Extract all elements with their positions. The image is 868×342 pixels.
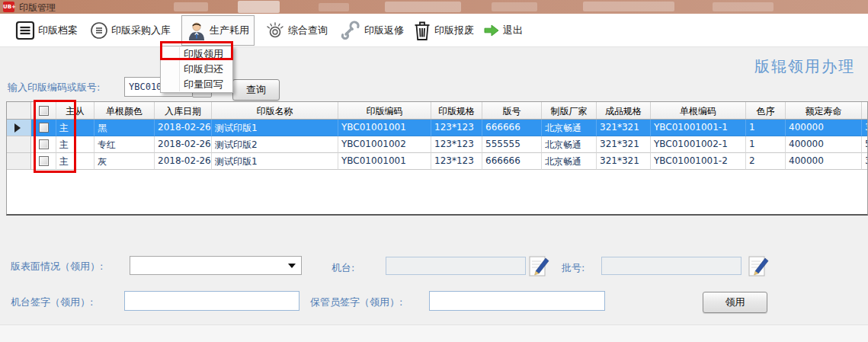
table-cell: 2 <box>746 153 786 170</box>
toolbar-button-exit[interactable]: 退出 <box>479 15 527 46</box>
menu-item-plate-claim[interactable]: 印版领用 <box>161 46 232 62</box>
window-title: 印版管理 <box>19 2 56 14</box>
column-header[interactable]: 印版名称 <box>212 102 338 119</box>
keeper-signature-input[interactable] <box>429 291 605 311</box>
row-checkbox-cell <box>31 120 56 136</box>
select-all-checkbox[interactable] <box>39 106 49 116</box>
background-window-fragment <box>319 3 349 11</box>
table-cell: 2018-02-26... <box>155 136 212 153</box>
query-button[interactable]: 查询 <box>232 79 280 101</box>
table-row[interactable]: 主 灰 2018-02-26... 测试印版1 YBC01001001 123*… <box>7 153 868 170</box>
row-checkbox[interactable] <box>39 139 49 149</box>
current-row-indicator <box>7 120 31 136</box>
surface-condition-select[interactable] <box>130 256 302 275</box>
table-cell: 400000 <box>786 136 862 153</box>
person-icon <box>187 21 207 40</box>
column-header[interactable]: 色序 <box>746 102 786 119</box>
wrench-icon <box>340 20 361 41</box>
background-window-fragment <box>492 2 537 11</box>
toolbar-label: 印版返修 <box>364 24 404 37</box>
plate-code-search-label: 输入印版编码或版号: <box>8 81 100 94</box>
column-header[interactable]: 单根颜色 <box>94 102 155 119</box>
table-cell: 测试印版1 <box>212 153 338 170</box>
toolbar-button-comprehensive-query[interactable]: 综合查询 <box>261 15 332 46</box>
column-header[interactable]: 成品规格 <box>597 102 651 119</box>
table-cell: 666666 <box>482 120 542 136</box>
toolbar-button-plate-scrap[interactable]: 印版报废 <box>408 15 479 46</box>
row-checkbox[interactable] <box>39 123 49 133</box>
table-cell: 测试印版2 <box>212 136 338 153</box>
trash-icon <box>413 20 431 41</box>
toolbar-label: 生产耗用 <box>210 24 249 37</box>
table-cell: 123*123 <box>431 136 482 153</box>
column-header[interactable]: 主从 <box>56 102 94 119</box>
chevron-down-icon <box>288 264 296 268</box>
batch-number-label: 批号: <box>562 261 585 275</box>
table-cell: 39 <box>862 120 868 136</box>
table-cell: 测试印版1 <box>212 120 338 136</box>
background-window-fragment <box>238 1 280 13</box>
table-cell: 321*321 <box>597 136 651 153</box>
toolbar-button-production-consume[interactable]: 生产耗用 <box>181 15 255 46</box>
table-cell: YBC01001001-1 <box>651 120 746 136</box>
table-cell: 123*123 <box>431 120 482 136</box>
toolbar-label: 印版档案 <box>38 24 78 37</box>
table-cell: 1 <box>746 120 786 136</box>
row-checkbox-cell <box>31 153 56 170</box>
background-window-fragment <box>713 2 774 11</box>
table-cell: 39 <box>862 153 868 170</box>
background-window-fragment <box>583 2 674 11</box>
table-cell: 主 <box>56 120 94 136</box>
select-all-checkbox-cell <box>31 102 56 119</box>
toolbar-label: 退出 <box>503 24 523 37</box>
table-cell: 123*123 <box>431 153 482 170</box>
column-header[interactable]: 印版编码 <box>338 102 431 119</box>
surface-condition-label: 版表面情况（领用）: <box>11 260 103 273</box>
table-cell: YBC01001001-2 <box>651 153 746 170</box>
machine-signature-input[interactable] <box>124 291 299 311</box>
table-cell: 555555 <box>482 136 542 153</box>
toolbar-label: 印版采购入库 <box>111 24 171 37</box>
table-cell: 北京畅通 <box>542 136 597 153</box>
window-titlebar: UB+ 印版管理 <box>0 0 868 14</box>
main-toolbar: 印版档案 印版采购入库 生产耗用 <box>0 14 868 47</box>
menu-item-print-count-writeback[interactable]: 印量回写 <box>161 77 232 92</box>
table-cell: YBC01001001 <box>338 153 431 170</box>
table-cell: 主 <box>56 136 94 153</box>
table-cell: YBC01001002 <box>338 136 431 153</box>
column-header[interactable] <box>862 102 868 119</box>
column-header[interactable]: 制版厂家 <box>542 102 597 119</box>
toolbar-button-purchase-inbound[interactable]: 印版采购入库 <box>85 15 175 46</box>
row-checkbox[interactable] <box>39 156 49 166</box>
edit-pencil-icon[interactable] <box>529 254 550 277</box>
machine-input[interactable] <box>386 257 526 275</box>
table-cell: 北京畅通 <box>542 153 597 170</box>
table-cell: 1 <box>746 136 786 153</box>
keeper-signature-label: 保管员签字（领用）: <box>310 296 402 309</box>
toolbar-button-plate-archive[interactable]: 印版档案 <box>11 15 82 46</box>
table-cell: 666666 <box>482 153 542 170</box>
table-cell: 2018-02-26... <box>155 153 212 170</box>
list-circle-icon <box>90 21 108 40</box>
claim-button[interactable]: 领用 <box>703 292 767 313</box>
menu-item-plate-return[interactable]: 印版归还 <box>161 62 232 77</box>
table-cell: 北京畅通 <box>542 120 597 136</box>
batch-number-input[interactable] <box>601 257 741 275</box>
exit-arrow-icon <box>483 24 500 37</box>
table-row[interactable]: 主 黑 2018-02-26... 测试印版1 YBC01001001 123*… <box>7 120 868 136</box>
column-header[interactable]: 版号 <box>482 102 542 119</box>
column-header[interactable]: 额定寿命 <box>786 102 862 119</box>
row-indicator-header <box>7 102 31 119</box>
toolbar-button-plate-repair[interactable]: 印版返修 <box>335 15 408 46</box>
column-header[interactable]: 印版规格 <box>431 102 482 119</box>
background-window-fragment <box>174 2 208 11</box>
edit-pencil-icon[interactable] <box>748 254 770 277</box>
table-header-row: 主从 单根颜色 入库日期 印版名称 印版编码 印版规格 版号 制版厂家 成品规格… <box>7 102 868 120</box>
table-cell: 400000 <box>786 120 862 136</box>
current-row-arrow-icon <box>14 123 21 133</box>
table-cell: 2018-02-26... <box>155 120 212 136</box>
app-window: UB+ 印版管理 印版档案 印版采购入库 <box>0 0 868 342</box>
table-row[interactable]: 主 专红 2018-02-26... 测试印版2 YBC01001002 123… <box>7 136 868 153</box>
column-header[interactable]: 入库日期 <box>155 102 212 119</box>
column-header[interactable]: 单根编码 <box>651 102 746 119</box>
